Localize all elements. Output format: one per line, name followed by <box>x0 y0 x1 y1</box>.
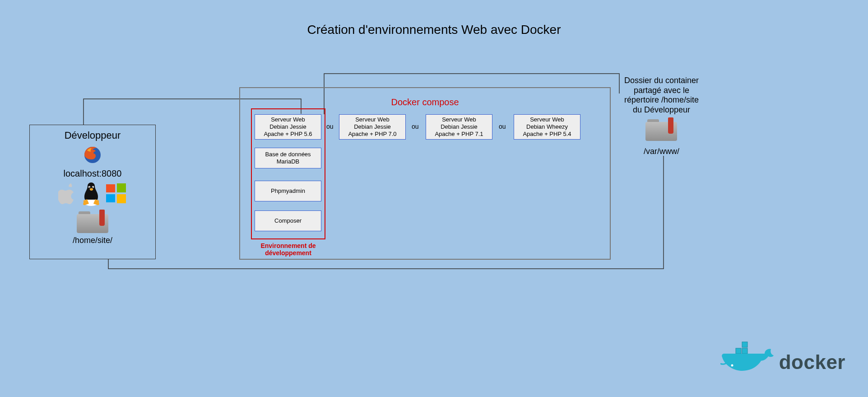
svg-point-5 <box>93 187 93 188</box>
docker-logo: docker <box>720 341 845 383</box>
svg-rect-16 <box>742 342 747 347</box>
server-php56: Serveur WebDebian JessieApache + PHP 5.6 <box>255 114 321 140</box>
or-3: ou <box>499 123 506 130</box>
service-mariadb: Base de donnéesMariaDB <box>255 148 321 168</box>
svg-rect-15 <box>742 348 747 354</box>
windows-icon <box>105 182 127 209</box>
svg-rect-9 <box>117 194 126 203</box>
folder-icon <box>77 211 108 233</box>
server-php70: Serveur WebDebian JessieApache + PHP 7.0 <box>339 114 406 140</box>
service-phpmyadmin: Phpmyadmin <box>255 181 321 201</box>
developer-url: localhost:8080 <box>30 168 155 179</box>
folder-icon <box>645 117 677 141</box>
server-php54: Serveur WebDebian WheezyApache + PHP 5.4 <box>514 114 580 140</box>
svg-rect-8 <box>106 194 115 202</box>
or-2: ou <box>412 123 419 130</box>
svg-rect-14 <box>736 348 741 354</box>
or-1: ou <box>326 123 334 130</box>
share-description: Dossier du container partagé avec le rép… <box>620 76 703 115</box>
svg-rect-6 <box>106 184 115 192</box>
developer-path: /home/site/ <box>30 236 155 245</box>
svg-point-17 <box>731 364 733 367</box>
docker-logo-text: docker <box>779 351 845 374</box>
svg-point-4 <box>89 187 90 188</box>
service-composer: Composer <box>255 210 321 231</box>
apple-icon <box>58 182 77 209</box>
linux-icon <box>81 182 102 209</box>
server-php71: Serveur WebDebian JessieApache + PHP 7.1 <box>426 114 492 140</box>
page-title: Création d'environnements Web avec Docke… <box>0 23 868 37</box>
svg-rect-7 <box>117 183 126 192</box>
developer-box: Développeur localhost:8080 <box>29 125 156 259</box>
docker-whale-icon <box>720 341 775 383</box>
firefox-icon <box>82 144 103 166</box>
docker-compose-title: Docker compose <box>240 97 610 107</box>
share-path: /var/www/ <box>620 147 703 156</box>
developer-label: Développeur <box>30 130 155 141</box>
dev-env-label: Environnement de développement <box>251 242 325 257</box>
